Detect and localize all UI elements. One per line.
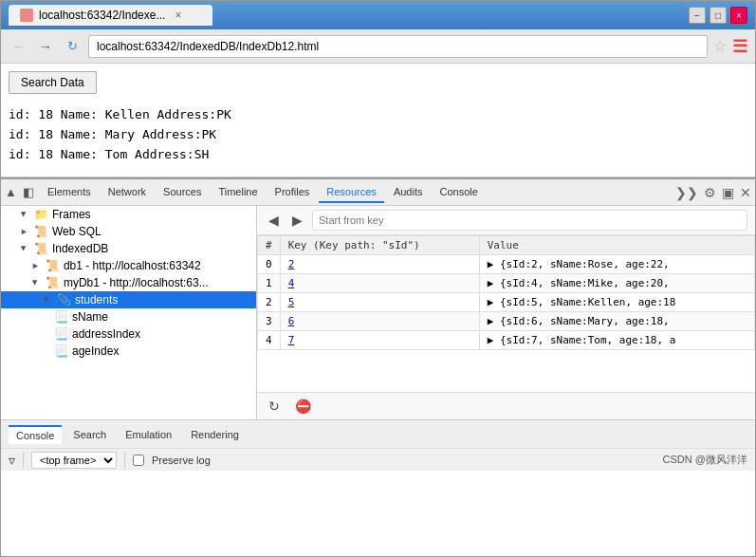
minimize-button[interactable]: − bbox=[689, 7, 706, 24]
table-row[interactable]: 1 4 ▶ {sId:4, sName:Mike, age:20, bbox=[258, 274, 755, 293]
refresh-button[interactable]: ↻ bbox=[62, 36, 83, 57]
status-bar: ▿ <top frame> Preserve log CSDN @微风洋洋 bbox=[1, 448, 755, 471]
students-triangle: ► bbox=[42, 296, 51, 305]
row-key[interactable]: 7 bbox=[280, 331, 479, 350]
browser-window: localhost:63342/Indexe... × + − □ × ← → … bbox=[0, 0, 756, 557]
indexeddb-triangle: ► bbox=[19, 245, 28, 253]
table-row[interactable]: 0 2 ▶ {sId:2, sName:Rose, age:22, bbox=[258, 255, 755, 274]
tree-addressindex[interactable]: 📃 addressIndex bbox=[1, 325, 256, 343]
page-output: id: 18 Name: Kellen Address:PK id: 18 Na… bbox=[9, 105, 747, 164]
output-line-2: id: 18 Name: Mary Address:PK bbox=[9, 125, 747, 145]
bottom-tab-rendering[interactable]: Rendering bbox=[183, 426, 247, 443]
col-num-header: # bbox=[258, 236, 281, 255]
row-key[interactable]: 6 bbox=[280, 312, 479, 331]
table-row[interactable]: 2 5 ▶ {sId:5, sName:Kellen, age:18 bbox=[258, 293, 755, 312]
bottom-tab-bar: Console Search Emulation Rendering bbox=[1, 419, 755, 448]
table-row[interactable]: 4 7 ▶ {sId:7, sName:Tom, age:18, a bbox=[258, 331, 755, 350]
tree-ageindex[interactable]: 📃 ageIndex bbox=[1, 343, 256, 360]
output-line-1: id: 18 Name: Kellen Address:PK bbox=[9, 105, 747, 125]
menu-icon[interactable]: ☰ bbox=[732, 36, 747, 57]
tree-sname[interactable]: 📃 sName bbox=[1, 308, 256, 325]
tab-favicon bbox=[20, 9, 33, 22]
bottom-tab-console[interactable]: Console bbox=[9, 425, 62, 444]
back-button[interactable]: ← bbox=[9, 36, 29, 57]
devtools-expand-icon[interactable]: ❯❯ bbox=[675, 185, 698, 200]
watermark: CSDN @微风洋洋 bbox=[663, 453, 747, 467]
table-row[interactable]: 3 6 ▶ {sId:6, sName:Mary, age:18, bbox=[258, 312, 755, 331]
bottom-tab-emulation[interactable]: Emulation bbox=[118, 426, 179, 443]
key-start-input[interactable] bbox=[312, 210, 747, 231]
db1-icon: 📜 bbox=[46, 259, 60, 272]
browser-tab[interactable]: localhost:63342/Indexe... × + bbox=[9, 5, 212, 26]
close-button[interactable]: × bbox=[730, 7, 747, 24]
search-data-button[interactable]: Search Data bbox=[9, 71, 97, 94]
tab-resources[interactable]: Resources bbox=[319, 182, 384, 203]
devtools-body: ► 📁 Frames ► 📜 Web SQL ► 📜 IndexedDB bbox=[1, 206, 755, 419]
prev-button[interactable]: ◀ bbox=[265, 211, 283, 230]
bookmark-icon[interactable]: ☆ bbox=[713, 37, 727, 55]
tab-network[interactable]: Network bbox=[101, 182, 154, 203]
row-key[interactable]: 5 bbox=[280, 293, 479, 312]
bottom-toolbar: ↻ ⛔ bbox=[257, 392, 755, 419]
tab-close-icon[interactable]: × bbox=[175, 9, 181, 22]
devtools-inspect-icon[interactable]: ▲ bbox=[5, 185, 17, 199]
websql-label: Web SQL bbox=[52, 225, 101, 238]
tab-sources[interactable]: Sources bbox=[156, 182, 209, 203]
mydb1-icon: 📜 bbox=[46, 276, 60, 289]
db1-label: db1 - http://localhost:63342 bbox=[64, 259, 201, 272]
tree-websql[interactable]: ► 📜 Web SQL bbox=[1, 223, 256, 240]
url-input[interactable] bbox=[88, 35, 708, 58]
data-table-scroll[interactable]: # Key (Key path: "sId") Value 0 2 ▶ {sId… bbox=[257, 235, 755, 392]
next-button[interactable]: ▶ bbox=[288, 211, 306, 230]
address-bar: ← → ↻ ☆ ☰ bbox=[1, 29, 755, 64]
tree-mydb1[interactable]: ► 📜 myDb1 - http://localhost:63... bbox=[1, 274, 256, 291]
right-panel: ◀ ▶ # Key (Key path: "sId") Value bbox=[257, 206, 755, 419]
mydb1-label: myDb1 - http://localhost:63... bbox=[64, 276, 209, 289]
row-num: 1 bbox=[258, 274, 281, 293]
tab-audits[interactable]: Audits bbox=[386, 182, 431, 203]
tab-console[interactable]: Console bbox=[432, 182, 485, 203]
frames-label: Frames bbox=[52, 208, 91, 221]
new-tab-icon[interactable]: + bbox=[194, 9, 200, 21]
refresh-db-button[interactable]: ↻ bbox=[265, 397, 284, 416]
window-controls: − □ × bbox=[689, 7, 747, 24]
preserve-log-checkbox[interactable] bbox=[133, 455, 144, 466]
tab-label: localhost:63342/Indexe... bbox=[39, 9, 165, 22]
devtools-close-icon[interactable]: ✕ bbox=[740, 185, 751, 200]
tab-profiles[interactable]: Profiles bbox=[267, 182, 318, 203]
row-key[interactable]: 2 bbox=[280, 255, 479, 274]
devtools-mobile-icon[interactable]: ◧ bbox=[23, 185, 34, 199]
left-panel: ► 📁 Frames ► 📜 Web SQL ► 📜 IndexedDB bbox=[1, 206, 257, 419]
tab-timeline[interactable]: Timeline bbox=[211, 182, 265, 203]
data-table: # Key (Key path: "sId") Value 0 2 ▶ {sId… bbox=[257, 235, 755, 350]
tree-indexeddb[interactable]: ► 📜 IndexedDB bbox=[1, 240, 256, 257]
indexeddb-icon: 📜 bbox=[34, 242, 48, 255]
tab-elements[interactable]: Elements bbox=[40, 182, 99, 203]
tree-students[interactable]: ► 📎 students bbox=[1, 291, 256, 308]
devtools-settings-icon[interactable]: ⚙ bbox=[704, 185, 716, 200]
maximize-button[interactable]: □ bbox=[710, 7, 727, 24]
row-key[interactable]: 4 bbox=[280, 274, 479, 293]
websql-icon: 📜 bbox=[34, 225, 48, 238]
forward-button[interactable]: → bbox=[35, 36, 56, 57]
addressindex-icon: 📃 bbox=[54, 327, 68, 341]
students-store-icon: 📎 bbox=[57, 293, 71, 306]
row-num: 2 bbox=[258, 293, 281, 312]
right-toolbar: ◀ ▶ bbox=[257, 206, 755, 235]
indexeddb-label: IndexedDB bbox=[52, 242, 108, 255]
col-value-header: Value bbox=[479, 236, 754, 255]
tree-db1[interactable]: ► 📜 db1 - http://localhost:63342 bbox=[1, 257, 256, 274]
preserve-log-label: Preserve log bbox=[152, 455, 211, 466]
row-value: ▶ {sId:6, sName:Mary, age:18, bbox=[479, 312, 754, 331]
row-value: ▶ {sId:4, sName:Mike, age:20, bbox=[479, 274, 754, 293]
devtools-panel: ▲ ◧ Elements Network Sources Timeline Pr… bbox=[1, 177, 755, 448]
bottom-tab-search[interactable]: Search bbox=[65, 426, 114, 443]
frames-folder-icon: 📁 bbox=[34, 208, 48, 221]
frame-select[interactable]: <top frame> bbox=[31, 452, 117, 469]
stop-button[interactable]: ⛔ bbox=[291, 397, 315, 416]
devtools-dock-icon[interactable]: ▣ bbox=[722, 185, 734, 200]
websql-triangle: ► bbox=[20, 227, 28, 236]
frames-triangle: ► bbox=[19, 211, 28, 219]
tree-frames[interactable]: ► 📁 Frames bbox=[1, 206, 256, 223]
filter-icon[interactable]: ▿ bbox=[9, 453, 15, 468]
